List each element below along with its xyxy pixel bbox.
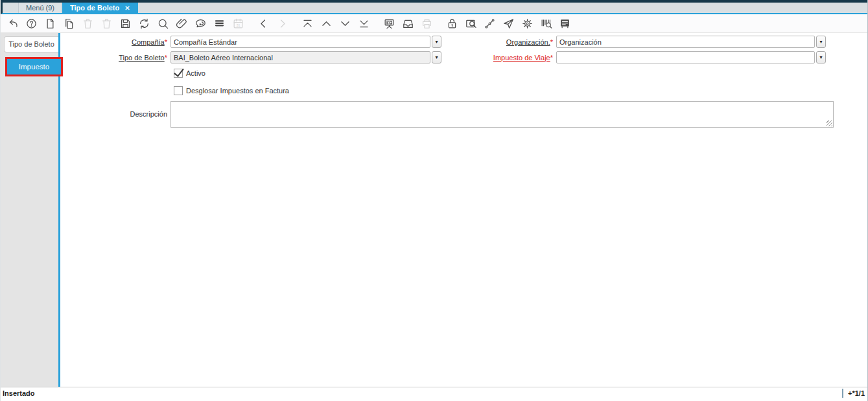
- form-row-2: Tipo de Boleto* ▾ Impuesto de Viaje* ▾: [60, 51, 867, 63]
- report-icon[interactable]: [383, 17, 395, 30]
- compania-input[interactable]: [170, 36, 430, 48]
- attachment-icon[interactable]: [176, 17, 188, 30]
- organizacion-input[interactable]: [556, 36, 815, 48]
- impuesto-de-viaje-label: Impuesto de Viaje*: [441, 54, 556, 62]
- application-window: Menú (9) Tipo de Boleto ✕ 31 Tipo de Bol…: [0, 0, 868, 401]
- save-record-icon[interactable]: [119, 17, 132, 30]
- tab-menu-label: Menú (9): [26, 4, 54, 12]
- impuesto-de-viaje-dropdown-icon[interactable]: ▾: [816, 51, 826, 63]
- preferences-icon[interactable]: [521, 17, 534, 30]
- delete-selection-icon: [100, 17, 113, 30]
- status-text: Insertado: [1, 389, 35, 397]
- organizacion-dropdown-icon[interactable]: ▾: [816, 36, 826, 48]
- window-tab-bar: Menú (9) Tipo de Boleto ✕: [1, 3, 867, 14]
- tipo-de-boleto-dropdown-icon[interactable]: ▾: [432, 51, 441, 63]
- undo-icon[interactable]: [6, 17, 19, 30]
- help-icon[interactable]: [25, 17, 38, 30]
- detail-tab-sidebar: Tipo de Boleto Impuesto: [1, 33, 60, 387]
- requery-icon[interactable]: [138, 17, 150, 30]
- compania-fieldwrap: ▾: [170, 36, 441, 48]
- compania-dropdown-icon[interactable]: ▾: [432, 36, 441, 48]
- tipo-de-boleto-input[interactable]: [170, 51, 430, 63]
- sidebar-tab-tipo-de-boleto-label: Tipo de Boleto: [8, 40, 54, 48]
- descripcion-label: Descripción: [60, 101, 170, 128]
- impuesto-de-viaje-input[interactable]: [556, 51, 815, 63]
- tab-menu[interactable]: Menú (9): [18, 3, 62, 13]
- lock-record-icon[interactable]: [446, 17, 458, 30]
- next-record-icon[interactable]: [339, 17, 351, 30]
- impuesto-de-viaje-fieldwrap: ▾: [556, 51, 826, 63]
- status-bar: Insertado +*1/1: [1, 387, 867, 399]
- detail-record-icon: [276, 17, 288, 30]
- run-process-icon[interactable]: [502, 17, 515, 30]
- first-record-icon[interactable]: [301, 17, 314, 30]
- sidebar-tab-tipo-de-boleto[interactable]: Tipo de Boleto: [4, 36, 58, 52]
- desglosar-label: Desglosar Impuestos en Factura: [186, 87, 289, 95]
- activo-label: Activo: [186, 69, 205, 77]
- find-record-icon[interactable]: [157, 17, 169, 30]
- zoom-across-icon[interactable]: [465, 17, 477, 30]
- organizacion-fieldwrap: ▾: [556, 36, 826, 48]
- history-icon: 31: [232, 17, 244, 30]
- window-help-icon[interactable]: [559, 17, 571, 30]
- organizacion-label: Organización.*: [441, 38, 556, 46]
- svg-text:31: 31: [236, 23, 240, 27]
- tab-tipo-de-boleto-label: Tipo de Boleto: [70, 4, 119, 12]
- copy-record-icon[interactable]: [63, 17, 75, 30]
- grid-toggle-icon[interactable]: [213, 17, 226, 30]
- descripcion-textarea[interactable]: [170, 101, 834, 128]
- tipo-de-boleto-label: Tipo de Boleto*: [60, 54, 170, 62]
- tab-tipo-de-boleto[interactable]: Tipo de Boleto ✕: [62, 3, 138, 13]
- delete-record-icon: [82, 17, 94, 30]
- window-content: Tipo de Boleto Impuesto Compañía* ▾ Orga…: [1, 33, 867, 387]
- sidebar-tab-impuesto[interactable]: Impuesto: [5, 57, 63, 76]
- desglosar-row: Desglosar Impuestos en Factura: [174, 86, 867, 95]
- activo-row: Activo: [174, 69, 867, 78]
- descripcion-box: [170, 101, 834, 128]
- activo-checkbox[interactable]: [174, 69, 183, 78]
- form-row-1: Compañía* ▾ Organización.* ▾: [60, 36, 867, 48]
- product-info-icon[interactable]: [540, 17, 552, 30]
- parent-record-icon[interactable]: [257, 17, 270, 30]
- desglosar-checkbox[interactable]: [174, 86, 183, 95]
- tab-close-icon[interactable]: ✕: [124, 5, 130, 12]
- print-icon: [421, 17, 433, 30]
- sidebar-tab-impuesto-label: Impuesto: [19, 63, 49, 71]
- form-panel: Compañía* ▾ Organización.* ▾ Tipo de Bol…: [60, 33, 867, 387]
- tipo-de-boleto-fieldwrap: ▾: [170, 51, 441, 63]
- last-record-icon[interactable]: [358, 17, 370, 30]
- descripcion-row: Descripción: [60, 101, 867, 128]
- main-toolbar: 31: [1, 14, 867, 33]
- new-record-icon[interactable]: [44, 17, 56, 30]
- archive-icon[interactable]: [402, 17, 414, 30]
- compania-label: Compañía*: [60, 38, 170, 46]
- previous-record-icon[interactable]: [320, 17, 333, 30]
- record-indicator: +*1/1: [842, 389, 867, 398]
- workflow-icon[interactable]: [484, 17, 496, 30]
- chat-icon[interactable]: [194, 17, 207, 30]
